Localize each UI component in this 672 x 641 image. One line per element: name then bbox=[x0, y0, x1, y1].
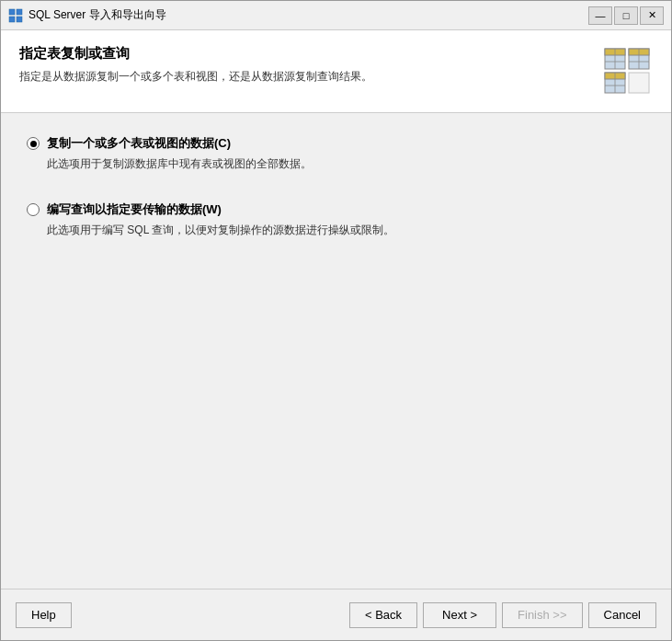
svg-rect-1 bbox=[17, 9, 22, 15]
window-controls: — □ ✕ bbox=[588, 6, 664, 25]
close-button[interactable]: ✕ bbox=[640, 6, 664, 25]
maximize-button[interactable]: □ bbox=[614, 6, 638, 25]
footer-right: < Back Next > Finish >> Cancel bbox=[349, 602, 656, 628]
header-text: 指定表复制或查询 指定是从数据源复制一个或多个表和视图，还是从数据源复制查询结果… bbox=[19, 45, 590, 85]
finish-button: Finish >> bbox=[502, 602, 582, 628]
option-write-query-desc: 此选项用于编写 SQL 查询，以便对复制操作的源数据进行操纵或限制。 bbox=[47, 222, 645, 238]
option-copy-tables: 复制一个或多个表或视图的数据(C) 此选项用于复制源数据库中现有表或视图的全部数… bbox=[27, 135, 645, 172]
footer-left: Help bbox=[16, 602, 72, 628]
option-copy-tables-text: 复制一个或多个表或视图的数据(C) bbox=[47, 135, 231, 152]
option-copy-tables-desc: 此选项用于复制源数据库中现有表或视图的全部数据。 bbox=[47, 155, 645, 172]
cancel-button[interactable]: Cancel bbox=[588, 602, 656, 628]
svg-rect-2 bbox=[9, 17, 15, 22]
window-title: SQL Server 导入和导出向导 bbox=[28, 7, 588, 23]
header-icon bbox=[601, 45, 653, 97]
radio-write-query[interactable] bbox=[27, 203, 40, 216]
option-copy-tables-label[interactable]: 复制一个或多个表或视图的数据(C) bbox=[27, 135, 645, 152]
footer: Help < Back Next > Finish >> Cancel bbox=[1, 589, 671, 640]
titlebar: SQL Server 导入和导出向导 — □ ✕ bbox=[1, 1, 671, 30]
main-window: SQL Server 导入和导出向导 — □ ✕ 指定表复制或查询 指定是从数据… bbox=[0, 0, 672, 641]
svg-rect-0 bbox=[9, 9, 15, 15]
svg-rect-16 bbox=[629, 73, 649, 93]
help-button[interactable]: Help bbox=[16, 602, 72, 628]
option-write-query-text: 编写查询以指定要传输的数据(W) bbox=[47, 201, 222, 218]
main-area: 复制一个或多个表或视图的数据(C) 此选项用于复制源数据库中现有表或视图的全部数… bbox=[1, 113, 671, 589]
option-write-query: 编写查询以指定要传输的数据(W) 此选项用于编写 SQL 查询，以便对复制操作的… bbox=[27, 201, 645, 238]
svg-rect-3 bbox=[17, 17, 22, 22]
window-icon bbox=[8, 8, 23, 23]
content-area: 指定表复制或查询 指定是从数据源复制一个或多个表和视图，还是从数据源复制查询结果… bbox=[1, 30, 671, 589]
minimize-button[interactable]: — bbox=[588, 6, 612, 25]
header-section: 指定表复制或查询 指定是从数据源复制一个或多个表和视图，还是从数据源复制查询结果… bbox=[1, 30, 671, 113]
radio-copy-tables[interactable] bbox=[27, 137, 40, 150]
header-description: 指定是从数据源复制一个或多个表和视图，还是从数据源复制查询结果。 bbox=[19, 68, 590, 85]
next-button[interactable]: Next > bbox=[423, 602, 496, 628]
option-write-query-label[interactable]: 编写查询以指定要传输的数据(W) bbox=[27, 201, 645, 218]
back-button[interactable]: < Back bbox=[349, 602, 417, 628]
header-title: 指定表复制或查询 bbox=[19, 45, 590, 63]
